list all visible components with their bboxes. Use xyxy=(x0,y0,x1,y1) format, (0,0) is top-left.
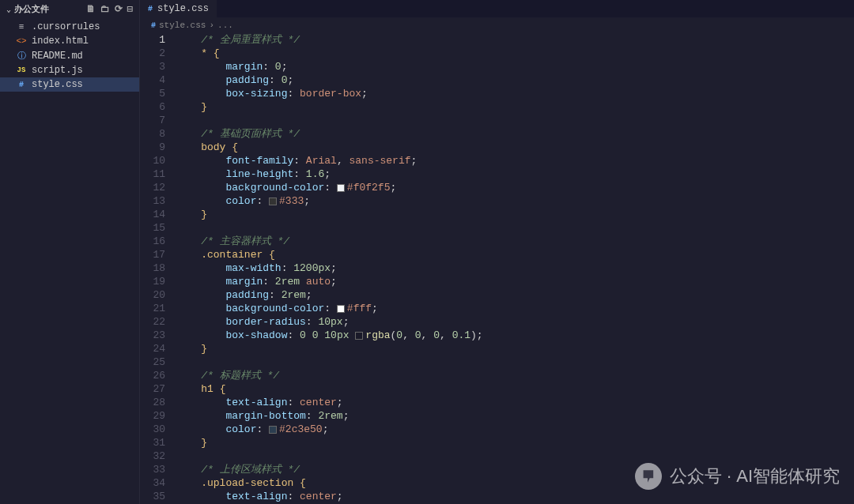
explorer-actions: 🗎 🗀 ⟳ ⊟ xyxy=(86,3,133,15)
code-editor[interactable]: 1234567891011121314151617181920212223242… xyxy=(140,33,854,504)
folder-name: 办公文件 xyxy=(14,3,49,15)
file-name: README.md xyxy=(32,51,83,62)
file-item--cursorrules[interactable]: ≡.cursorrules xyxy=(0,20,139,34)
chevron-down-icon: ⌄ xyxy=(6,5,11,14)
breadcrumb[interactable]: # style.css › ... xyxy=(140,17,854,33)
file-name: script.js xyxy=(32,65,83,76)
file-explorer-sidebar: ⌄ 办公文件 🗎 🗀 ⟳ ⊟ ≡.cursorrules<>index.html… xyxy=(0,0,140,504)
css-file-icon: # xyxy=(148,5,153,13)
breadcrumb-rest: ... xyxy=(217,21,233,30)
file-item-README-md[interactable]: ⓘREADME.md xyxy=(0,48,139,63)
css-file-icon: # xyxy=(16,81,27,89)
new-folder-icon[interactable]: 🗀 xyxy=(100,3,110,15)
settings-file-icon: ≡ xyxy=(16,22,27,32)
tab-label: style.css xyxy=(157,3,209,14)
file-item-style-css[interactable]: #style.css xyxy=(0,77,139,92)
file-name: .cursorrules xyxy=(32,21,100,32)
refresh-icon[interactable]: ⟳ xyxy=(115,3,123,15)
css-file-icon: # xyxy=(151,21,156,30)
file-item-script-js[interactable]: JSscript.js xyxy=(0,63,139,77)
collapse-icon[interactable]: ⊟ xyxy=(127,3,133,15)
editor-main: # style.css # style.css › ... 1234567891… xyxy=(140,0,854,504)
file-list: ≡.cursorrules<>index.htmlⓘREADME.mdJSscr… xyxy=(0,18,139,92)
file-name: style.css xyxy=(32,79,83,90)
tab-style-css[interactable]: # style.css xyxy=(140,0,217,17)
tab-bar: # style.css xyxy=(140,0,854,17)
code-content[interactable]: /* 全局重置样式 */ * { margin: 0; padding: 0; … xyxy=(176,33,854,504)
info-file-icon: ⓘ xyxy=(16,50,27,62)
breadcrumb-sep: › xyxy=(209,21,214,30)
breadcrumb-file: style.css xyxy=(159,21,206,30)
file-item-index-html[interactable]: <>index.html xyxy=(0,34,139,48)
html-file-icon: <> xyxy=(16,36,27,46)
file-name: index.html xyxy=(32,36,89,47)
js-file-icon: JS xyxy=(16,66,27,74)
explorer-header[interactable]: ⌄ 办公文件 🗎 🗀 ⟳ ⊟ xyxy=(0,0,139,18)
line-number-gutter: 1234567891011121314151617181920212223242… xyxy=(140,33,176,504)
new-file-icon[interactable]: 🗎 xyxy=(86,3,96,15)
